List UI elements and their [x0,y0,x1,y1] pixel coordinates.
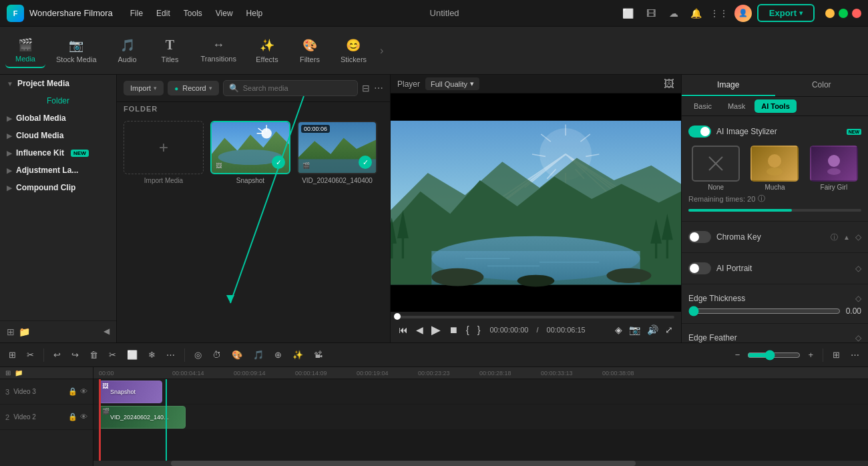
tab-media[interactable]: 🎬 Media [5,33,45,68]
global-media-header[interactable]: ▶ Global Media [0,109,116,127]
tab-image[interactable]: Image [682,75,775,96]
filter-icon[interactable]: ⊟ [362,83,370,93]
mark-in-button[interactable]: { [465,323,471,336]
color-match-button[interactable]: 🎨 [228,348,246,362]
import-button[interactable]: Import ▾ [124,81,164,95]
maximize-button[interactable] [839,9,848,18]
style-fairy-girl[interactable]: Fairy Girl [807,146,861,191]
import-media-button[interactable]: + [124,121,204,174]
add-marker-button[interactable]: ◈ [614,323,624,336]
zoom-out-button[interactable]: − [732,348,744,362]
more-options-icon[interactable]: ⋯ [374,83,383,93]
motion-track-button[interactable]: ◎ [191,348,205,362]
tab-stickers[interactable]: 😊 Stickers [333,34,375,67]
snapshot-button[interactable]: 📷 [628,323,642,336]
progress-bar[interactable] [397,316,674,318]
adjustment-layer-header[interactable]: ▶ Adjustment La... [0,162,116,179]
sub-tab-basic[interactable]: Basic [687,99,718,113]
skip-back-button[interactable]: ⏮ [397,323,409,336]
collapse-panel-icon[interactable]: ◀ [103,326,110,337]
mark-out-button[interactable]: } [476,323,482,336]
tab-titles[interactable]: T Titles [150,33,190,67]
info-icon[interactable]: ⓘ [758,194,765,204]
edge-thickness-slider[interactable] [688,306,841,316]
more-tools-button[interactable]: ⋯ [163,348,178,362]
play-button[interactable]: ▶ [430,321,442,338]
menu-file[interactable]: File [125,6,148,21]
zoom-in-button[interactable]: + [805,348,817,362]
tab-stock-media[interactable]: 📷 Stock Media [48,34,105,67]
chroma-key-info-icon[interactable]: ⓘ [831,232,838,242]
crop-button[interactable]: ⬜ [124,348,141,362]
redo-button[interactable]: ↪ [68,348,82,362]
tab-effects[interactable]: ✨ Effects [247,34,287,67]
video3-lock-icon[interactable]: 🔒 [68,387,77,396]
undo-button[interactable]: ↩ [50,348,64,362]
film-icon[interactable]: 🎞 [644,6,658,21]
speed-button[interactable]: ⏱ [209,348,224,362]
add-track2-icon[interactable]: 📁 [15,369,23,377]
chroma-key-expand-icon[interactable]: ▲ [843,234,850,241]
cut-button[interactable]: ✂ [105,348,120,362]
cloud-upload-icon[interactable]: ☁ [666,6,681,21]
ai-portrait-toggle[interactable] [688,262,711,274]
avatar[interactable]: 👤 [734,5,752,22]
timeline-scrollbar[interactable] [93,461,868,466]
ripple-delete-icon[interactable]: ✂ [23,348,37,362]
ai-tools-button[interactable]: ✨ [289,348,306,362]
snapshot-clip[interactable]: 🖼 Snapshot [99,381,162,403]
project-media-header[interactable]: ▼ Project Media [0,75,116,92]
toolbar-more-arrow[interactable]: › [380,45,383,57]
close-button[interactable] [852,9,861,18]
timeline-scrollbar-thumb[interactable] [171,461,636,466]
split-icon[interactable]: ⊞ [5,348,19,362]
compound-clip-header[interactable]: ▶ Compound Clip [0,179,116,196]
video-thumbnail[interactable]: 00:00:06 ✓ 🎬 [297,121,377,174]
scene-detect-button[interactable]: 📽 [310,348,326,362]
video-clip[interactable]: 🎬 VID_20240602_140... [99,406,186,429]
sub-tab-ai-tools[interactable]: AI Tools [754,99,797,113]
tab-filters[interactable]: 🎨 Filters [290,34,330,67]
stabilize-button[interactable]: ⊕ [271,348,285,362]
stop-button[interactable]: ⏹ [447,323,459,336]
edge-thickness-reset-icon[interactable]: ◇ [855,294,861,303]
bell-icon[interactable]: 🔔 [689,6,704,21]
edge-feather-reset-icon[interactable]: ◇ [855,333,861,342]
tab-transitions[interactable]: ↔ Transitions [193,34,244,67]
zoom-slider[interactable] [747,350,801,361]
minimize-button[interactable] [825,9,835,18]
cloud-media-header[interactable]: ▶ Cloud Media [0,127,116,144]
menu-view[interactable]: View [210,6,238,21]
menu-tools[interactable]: Tools [178,6,208,21]
folder-item[interactable]: Folder [0,92,116,109]
ai-portrait-reset-icon[interactable]: ◇ [855,264,861,273]
video2-eye-icon[interactable]: 👁 [80,413,87,421]
tab-color[interactable]: Color [775,75,869,96]
import-icon[interactable]: 📁 [19,326,30,337]
grid-icon[interactable]: ⋮⋮ [712,6,726,21]
menu-edit[interactable]: Edit [151,6,176,21]
screenshot-icon[interactable]: 🖼 [664,78,674,90]
record-button[interactable]: ● Record ▾ [168,81,219,95]
tab-audio[interactable]: 🎵 Audio [107,34,148,67]
monitor-icon[interactable]: ⬜ [621,6,636,21]
add-track-icon[interactable]: ⊞ [5,369,11,377]
audio-sync-button[interactable]: 🎵 [250,348,267,362]
fullscreen-button[interactable]: ⤢ [664,323,674,336]
export-button[interactable]: Export ▾ [757,4,815,22]
sub-tab-mask[interactable]: Mask [721,99,752,113]
style-mucha[interactable]: Mucha [747,146,802,191]
delete-button[interactable]: 🗑 [86,348,101,362]
video2-lock-icon[interactable]: 🔒 [68,413,77,421]
settings-button[interactable]: ⋯ [847,348,863,362]
search-input[interactable] [243,84,352,92]
volume-button[interactable]: 🔊 [646,323,660,336]
snapshot-thumbnail[interactable]: ✓ 🖼 [210,121,290,174]
step-back-button[interactable]: ◀ [415,323,425,336]
chroma-key-reset-icon[interactable]: ◇ [855,232,861,242]
menu-help[interactable]: Help [241,6,268,21]
video3-eye-icon[interactable]: 👁 [80,387,87,396]
add-folder-icon[interactable]: ⊞ [7,326,15,337]
influence-kit-header[interactable]: ▶ Influence Kit NEW [0,144,116,162]
layout-button[interactable]: ⊞ [829,348,843,362]
